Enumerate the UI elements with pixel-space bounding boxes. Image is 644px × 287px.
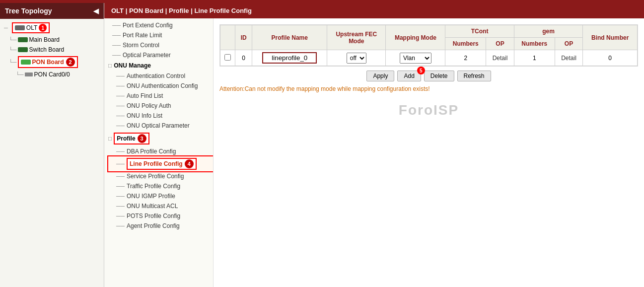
nav-item-onu-info-list[interactable]: ── ONU Info List [108,111,213,121]
tree-item-pon-card[interactable]: └─ PON Card0/0 [14,70,104,79]
pon-board-box: PON Board 2 [18,56,78,68]
nav-item-onu-multicast-acl[interactable]: ── ONU Multicast ACL [108,201,213,211]
profile-box: Profile 3 [114,133,149,144]
switch-board-icon [18,47,28,52]
nav-item-agent-profile-config[interactable]: ── Agent Profile Config [108,221,213,231]
tree-item-switch-board[interactable]: └─ Switch Board [7,45,104,55]
row-bind-number: 0 [583,50,638,66]
row-gem-numbers: 1 [514,50,555,66]
sidebar-collapse-arrow[interactable]: ◀ [93,7,99,15]
tree-item-main-board[interactable]: └─ Main Board [7,35,104,45]
row-upstream-fec-cell: off on [327,50,386,66]
table-container: ID Profile Name Upstream FECMode Mapping… [219,24,638,67]
th-gem-numbers: Numbers [514,38,555,50]
nav-prefix: ── [116,112,125,119]
profile-badge: 3 [138,134,146,143]
attention-text: Attention:Can not modify the mapping mod… [219,85,638,92]
th-gem-op: OP [555,38,583,50]
nav-label-onu-info-list: ONU Info List [127,112,162,119]
tcont-detail-link[interactable]: Detail [493,55,508,62]
nav-item-onu-auth-config[interactable]: ── ONU Authentication Config [108,81,213,91]
main-board-label: Main Board [29,36,60,43]
table-row: 0 off on [220,50,638,66]
profile-table: ID Profile Name Upstream FECMode Mapping… [220,25,638,66]
nav-panel: ── Port Extend Config ── Port Rate Limit… [104,18,214,287]
row-mapping-mode-cell: Vlan GEM Priority [386,50,445,66]
nav-prefix: ── [116,193,125,200]
nav-group-profile-label: Profile [117,135,135,142]
upstream-fec-select[interactable]: off on [347,53,366,64]
main-board-icon [18,37,28,42]
nav-item-line-profile-config[interactable]: ── Line Profile Config 4 [108,156,213,171]
nav-prefix: ── [116,183,125,190]
row-tcont-op-cell: Detail [486,50,514,66]
nav-item-port-extend-config[interactable]: ── Port Extend Config [104,20,213,30]
nav-item-onu-policy-auth[interactable]: ── ONU Policy Auth [108,101,213,111]
nav-label-traffic-profile-config: Traffic Profile Config [127,183,180,190]
nav-item-onu-igmp-profile[interactable]: ── ONU IGMP Profile [108,191,213,201]
row-id: 0 [235,50,252,66]
nav-prefix: ── [112,22,121,29]
sidebar-content: ─ OLT 1 └─ Main Board └─ [0,19,104,287]
gem-detail-link[interactable]: Detail [561,55,576,62]
nav-item-optical-parameter[interactable]: ── Optical Parameter [104,50,213,60]
nav-item-pots-profile-config[interactable]: ── POTS Profile Config [108,211,213,221]
th-profile-name: Profile Name [252,25,327,50]
th-mapping-mode: Mapping Mode [386,25,445,50]
nav-prefix: ── [116,82,125,89]
nav-prefix: ── [112,52,121,59]
line-profile-badge: 4 [185,159,194,168]
nav-item-service-profile-config[interactable]: ── Service Profile Config [108,171,213,181]
nav-label-onu-multicast-acl: ONU Multicast ACL [127,203,178,210]
th-upstream-fec-mode: Upstream FECMode [327,25,386,50]
nav-item-traffic-profile-config[interactable]: ── Traffic Profile Config [108,181,213,191]
apply-button[interactable]: Apply [366,71,394,81]
nav-prefix: ── [116,173,125,180]
nav-label-service-profile-config: Service Profile Config [127,173,184,180]
th-tcont-numbers: Numbers [445,38,486,50]
nav-prefix: ── [116,203,125,210]
nav-item-storm-control[interactable]: ── Storm Control [104,40,213,50]
row-checkbox[interactable] [224,54,231,61]
nav-item-auth-control[interactable]: ── Authentication Control [108,71,213,81]
nav-item-port-rate-limit[interactable]: ── Port Rate Limit [104,30,213,40]
th-checkbox [220,25,235,50]
nav-item-auto-find-list[interactable]: ── Auto Find List [108,91,213,101]
row-tcont-numbers: 2 [445,50,486,66]
nav-prefix: ── [116,102,125,109]
th-gem-group: gem [514,25,583,38]
nav-label-auth-control: Authentication Control [127,72,185,79]
delete-button[interactable]: Delete [424,71,454,81]
nav-prefix: ── [116,72,125,79]
olt-device-icon [15,25,25,30]
refresh-button[interactable]: Refresh [457,71,491,81]
action-row: Apply Add 5 Delete Refresh [219,71,638,81]
sidebar-title: Tree Topology [5,7,52,15]
sidebar-header: Tree Topology ◀ [0,3,104,19]
th-bind-number: Bind Number [583,25,638,50]
tree-item-olt[interactable]: ─ OLT 1 [2,21,104,35]
sidebar: Tree Topology ◀ ─ OLT 1 └─ Main B [0,3,104,287]
breadcrumb-bar: OLT | PON Board | Profile | Line Profile… [104,3,644,18]
nav-label-line-profile-config: Line Profile Config [130,160,183,167]
nav-group-profile[interactable]: □ Profile 3 [104,131,213,146]
add-badge: 5 [417,67,425,74]
nav-group-onu-manage[interactable]: □ ONU Manage [104,60,213,71]
nav-prefix: ── [116,222,125,229]
profile-name-input[interactable] [262,52,317,64]
nav-label-port-extend-config: Port Extend Config [123,22,173,29]
pon-card-icon [25,72,33,76]
nav-item-dba-profile-config[interactable]: ── DBA Profile Config [108,146,213,156]
switch-board-label: Switch Board [29,46,65,53]
nav-prefix: ── [116,160,125,167]
olt-badge: 1 [39,24,47,32]
watermark: ForoISP [219,102,638,118]
tree-item-pon-board[interactable]: └─ PON Board 2 [7,55,104,70]
row-profile-name-cell [252,50,327,66]
line-profile-box: Line Profile Config 4 [127,158,197,170]
nav-item-onu-optical-parameter[interactable]: ── ONU Optical Parameter [108,121,213,131]
nav-label-dba-profile-config: DBA Profile Config [127,148,176,155]
th-id: ID [235,25,252,50]
th-tcont-op: OP [486,38,514,50]
mapping-mode-select[interactable]: Vlan GEM Priority [400,53,431,64]
